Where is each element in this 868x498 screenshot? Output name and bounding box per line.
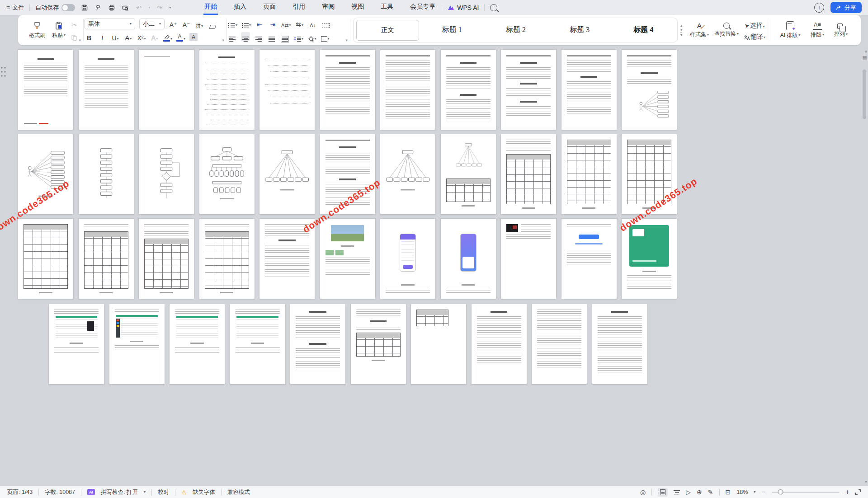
page-thumbnail[interactable] [622,219,677,299]
page-thumbnail[interactable] [230,304,285,384]
style-set-button[interactable]: A 样式集▾ [687,17,712,43]
proofread-button[interactable]: 校对 [158,489,169,496]
character-shading-button[interactable]: A [189,33,198,41]
gallery-more-icon[interactable]: ▾ [680,33,682,37]
page-thumbnail[interactable] [501,134,556,214]
align-left-button[interactable] [228,32,237,42]
cut-icon[interactable]: ✂ [70,19,79,29]
page-thumbnail[interactable] [259,50,315,130]
page-thumbnail[interactable] [109,304,165,384]
page-thumbnail[interactable] [170,304,225,384]
borders-button[interactable]: ▾ [321,32,330,42]
page-thumbnail[interactable] [441,50,496,130]
menu-tab[interactable]: 页面 [262,0,277,15]
page-indicator[interactable]: 页面: 1/43 [7,489,33,496]
page-thumbnail[interactable] [561,134,617,214]
page-thumbnail[interactable] [320,134,375,214]
page-thumbnail[interactable] [139,134,194,214]
toggle-off-icon[interactable] [61,4,75,11]
cloud-upload-icon[interactable]: ↑ [814,3,824,13]
page-thumbnail[interactable] [441,134,496,214]
page-thumbnail[interactable] [259,219,315,299]
file-menu-button[interactable]: ≡ 文件 [6,4,24,12]
tab-wps-ai[interactable]: WPS AI [448,4,479,11]
page-thumbnail[interactable] [199,134,255,214]
page-thumbnail[interactable] [79,50,134,130]
menu-tab[interactable]: 工具 [380,0,394,15]
bold-button[interactable]: B [85,32,94,42]
page-thumbnail[interactable] [411,304,466,384]
page-thumbnail[interactable] [199,50,255,130]
sort-button[interactable]: A↓ [308,19,317,28]
autosave-toggle[interactable]: 自动保存 [35,4,75,12]
page-view-icon[interactable] [658,488,668,497]
page-thumbnail[interactable] [79,134,134,214]
page-thumbnail[interactable] [199,219,255,299]
page-thumbnail[interactable] [18,219,73,299]
italic-button[interactable]: I [98,32,107,42]
page-thumbnail[interactable] [561,219,617,299]
export-pdf-icon[interactable] [94,4,102,12]
page-thumbnail[interactable] [380,134,435,214]
undo-icon[interactable]: ↶ [135,4,143,12]
menu-tab[interactable]: 插入 [233,0,247,15]
text-effect-button[interactable]: A▾ [150,32,159,42]
page-thumbnail[interactable] [472,304,527,384]
drag-handle-dots-icon[interactable] [1,67,7,79]
zoom-slider-knob[interactable] [778,489,783,494]
scroll-down-icon[interactable]: ▾ [865,479,867,484]
page-thumbnail[interactable] [259,134,315,214]
justify-button[interactable] [267,32,276,42]
style-item[interactable]: 标题 4 [613,20,675,41]
print-icon[interactable] [108,4,116,12]
eye-protection-icon[interactable]: ◎ [640,489,646,495]
undo-caret-icon[interactable]: ▾ [148,6,150,9]
layout-button[interactable]: A≡ 排版▾ [806,17,829,43]
align-center-button[interactable] [241,32,250,42]
save-icon[interactable] [80,4,89,12]
page-thumbnail[interactable] [79,219,134,299]
page-thumbnail[interactable] [380,219,435,299]
copy-icon[interactable] [70,31,79,41]
paste-button[interactable]: 粘贴▾ [48,17,70,43]
menu-tab[interactable]: 视图 [350,0,365,15]
style-item[interactable]: 正文 [356,20,419,41]
redo-icon[interactable]: ↷ [156,4,164,12]
underline-button[interactable]: U▾ [111,32,120,42]
page-thumbnail[interactable] [561,50,617,130]
spellcheck-caret-icon[interactable]: ▾ [144,490,146,494]
page-thumbnail[interactable] [622,50,677,130]
page-thumbnail[interactable] [380,50,435,130]
page-thumbnail[interactable] [501,50,556,130]
decrease-indent-icon[interactable]: ⇤ [255,19,264,28]
clipboard-dialog-launcher-icon[interactable]: ▾ [79,38,81,42]
menu-tab[interactable]: 引用 [292,0,306,15]
print-preview-icon[interactable] [121,4,129,12]
read-mode-icon[interactable]: ▷ [686,489,691,495]
share-button[interactable]: 分享 [830,2,862,13]
bullet-list-button[interactable]: ▾ [228,19,237,28]
ink-icon[interactable]: ✎ [708,489,713,495]
paragraph-dialog-launcher-icon[interactable]: ▾ [345,38,348,42]
fit-page-icon[interactable]: ⊡ [726,489,731,495]
menu-tab[interactable]: 开始 [203,0,218,15]
search-icon[interactable] [490,4,497,11]
menu-tab[interactable]: 会员专享 [409,0,436,15]
translate-button[interactable]: 翻译▾ [744,31,765,41]
page-thumbnail[interactable] [18,50,73,130]
page-setup-icon[interactable] [321,19,330,28]
page-thumbnail[interactable] [592,304,647,384]
strikethrough-button[interactable]: A▾ [124,32,133,42]
page-thumbnail[interactable] [18,134,73,214]
format-painter-button[interactable]: 格式刷 [26,17,48,43]
word-count[interactable]: 字数: 10087 [45,489,75,496]
quickbar-caret-icon[interactable]: ▾ [169,6,171,9]
phonetic-guide-icon[interactable]: 拼▾ [195,19,204,29]
asian-layout-button[interactable]: A⇄▾ [281,19,291,28]
zoom-out-button[interactable]: − [761,489,765,496]
page-thumbnail[interactable] [139,219,194,299]
font-dialog-launcher-icon[interactable]: ▾ [222,38,224,42]
gallery-up-icon[interactable]: ▴ [680,23,682,28]
ai-layout-button[interactable]: AI 排版▾ [775,17,806,43]
page-thumbnail[interactable] [351,304,406,384]
